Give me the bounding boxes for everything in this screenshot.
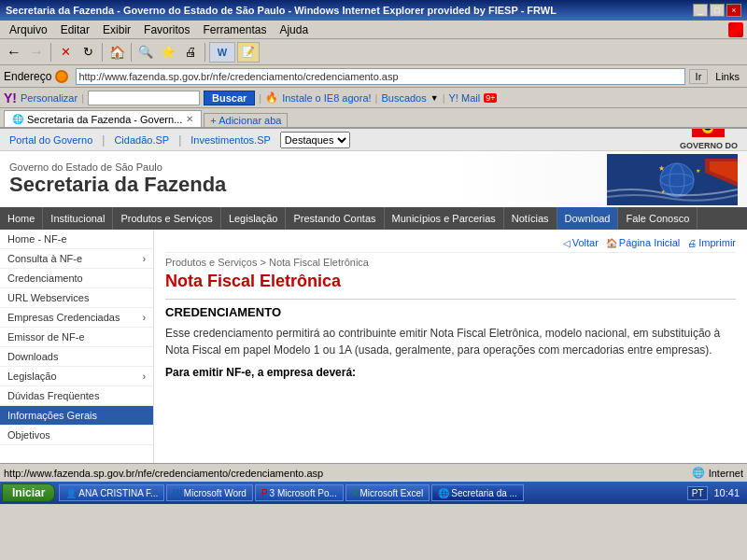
note-button[interactable]: 📝 — [237, 42, 260, 63]
close-button[interactable]: × — [726, 4, 741, 17]
destaques-select[interactable]: Destaques — [280, 132, 350, 148]
para-title2: Para emitir NF-e, a empresa deverá: — [165, 366, 736, 379]
voltar-icon: ◁ — [563, 238, 571, 248]
active-tab-icon: 🌐 — [12, 114, 23, 124]
window-title: Secretaria da Fazenda - Governo do Estad… — [6, 5, 557, 16]
taskbar-item-0[interactable]: 👤 ANA CRISTINA F... — [59, 484, 164, 501]
nav-cidadao[interactable]: Cidadão.SP — [114, 134, 169, 146]
nav-home[interactable]: Home — [0, 207, 43, 230]
site-header-text: Governo do Estado de São Paulo Secretari… — [9, 161, 607, 197]
voltar-action[interactable]: ◁ Voltar — [563, 237, 599, 248]
forward-button[interactable]: → — [26, 42, 47, 63]
taskbar-icon-3: X — [352, 488, 359, 498]
sidebar-item-legislacao[interactable]: Legislação › — [0, 367, 153, 386]
print-preview-button[interactable]: 🖨 — [180, 42, 201, 63]
content-area: Home - NF-e Consulta à NF-e › Credenciam… — [0, 230, 747, 463]
nav-download[interactable]: Download — [557, 207, 619, 230]
home-icon: 🏠 — [606, 238, 617, 248]
add-tab-button[interactable]: + Adicionar aba — [204, 113, 288, 127]
main-nav: Home Institucional Produtos e Serviços L… — [0, 207, 747, 230]
site-nav-top: Portal do Governo | Cidadão.SP | Investi… — [0, 129, 747, 151]
window-controls[interactable]: _ □ × — [693, 4, 741, 17]
personalizar-button[interactable]: Personalizar — [21, 92, 78, 104]
yahoo-logo: Y! — [4, 91, 17, 105]
imprimir-action[interactable]: 🖨 Imprimir — [687, 237, 736, 248]
menu-arquivo[interactable]: Arquivo — [4, 22, 53, 37]
zone-label: Internet — [709, 468, 743, 479]
sidebar-item-emissor[interactable]: Emissor de NF-e — [0, 328, 153, 347]
nav-fale[interactable]: Fale Conosco — [618, 207, 698, 230]
menu-favoritos[interactable]: Favoritos — [138, 22, 195, 37]
back-button[interactable]: ← — [4, 42, 24, 63]
nav-institucional[interactable]: Institucional — [43, 207, 113, 230]
site-header: Governo do Estado de São Paulo Secretari… — [0, 151, 747, 207]
nav-municipios[interactable]: Municípios e Parcerias — [385, 207, 504, 230]
menu-ferramentas[interactable]: Ferramentas — [197, 22, 272, 37]
address-label: Endereço — [4, 70, 51, 83]
taskbar-icon-0: 👤 — [65, 488, 77, 498]
content-paragraph1: Esse credenciamento permitirá ao contrib… — [165, 325, 736, 358]
menu-bar: Arquivo Editar Exibir Favoritos Ferramen… — [0, 21, 747, 39]
taskbar-icon-2: P — [261, 488, 268, 498]
nav-noticias[interactable]: Notícias — [504, 207, 557, 230]
links-button[interactable]: Links — [712, 70, 743, 83]
minimize-button[interactable]: _ — [693, 4, 708, 17]
favorites-button[interactable]: ⭐ — [158, 42, 178, 63]
print-icon: 🖨 — [687, 238, 697, 248]
menu-editar[interactable]: Editar — [55, 22, 95, 37]
menu-exibir[interactable]: Exibir — [97, 22, 136, 37]
refresh-button[interactable]: ↻ — [78, 42, 98, 63]
taskbar-item-3[interactable]: X Microsoft Excel — [345, 484, 430, 501]
yahoo-buscar-button[interactable]: Buscar — [204, 91, 255, 105]
gov-flag-icon — [692, 129, 725, 137]
menu-ajuda[interactable]: Ajuda — [274, 22, 314, 37]
tab-close-button[interactable]: ✕ — [186, 114, 193, 124]
taskbar-item-1[interactable]: W Microsoft Word — [166, 484, 253, 501]
toolbar-separator-y3: | — [375, 92, 378, 104]
ymail-label[interactable]: Y! Mail — [449, 92, 481, 104]
sidebar-item-credenciamento[interactable]: Credenciamento — [0, 269, 153, 288]
taskbar-item-4[interactable]: 🌐 Secretaria da ... — [431, 484, 524, 501]
go-button[interactable]: Ir — [689, 69, 709, 84]
toolbar-separator-4 — [204, 43, 205, 62]
svg-point-4 — [660, 163, 694, 197]
nav-investimentos[interactable]: Investimentos.SP — [190, 134, 271, 146]
sidebar-item-downloads[interactable]: Downloads — [0, 347, 153, 367]
svg-text:★: ★ — [696, 168, 700, 174]
sidebar-item-duvidas[interactable]: Dúvidas Freqüentes — [0, 386, 153, 406]
home-button[interactable]: 🏠 — [106, 42, 127, 63]
address-icon — [55, 69, 70, 84]
sidebar-item-empresas[interactable]: Empresas Credenciadas › — [0, 308, 153, 328]
start-button[interactable]: Iniciar — [2, 483, 55, 502]
sidebar-item-home-nfe[interactable]: Home - NF-e — [0, 230, 153, 249]
nav-produtos[interactable]: Produtos e Serviços — [113, 207, 220, 230]
instale-label[interactable]: Instale o IE8 agora! — [282, 92, 371, 104]
nav-portal[interactable]: Portal do Governo — [9, 134, 92, 146]
toolbar-separator-y: | — [81, 92, 84, 104]
buscados-arrow[interactable]: ▼ — [430, 93, 439, 103]
sidebar-item-objetivos[interactable]: Objetivos — [0, 426, 153, 445]
maximize-button[interactable]: □ — [710, 4, 725, 17]
page-title: Nota Fiscal Eletrônica — [165, 272, 736, 291]
sidebar-item-consulta[interactable]: Consulta à NF-e › — [0, 249, 153, 269]
buscados-label[interactable]: Buscados — [381, 92, 426, 104]
toolbar-separator-2 — [102, 43, 103, 62]
address-url: http://www.fazenda.sp.gov.br/nfe/credenc… — [78, 71, 398, 82]
taskbar-icon-4: 🌐 — [438, 488, 449, 498]
yahoo-search-input[interactable] — [88, 91, 200, 105]
nav-legislacao[interactable]: Legislação — [221, 207, 287, 230]
stop-button[interactable]: ✕ — [55, 42, 76, 63]
word-button[interactable]: W — [209, 42, 235, 63]
taskbar: Iniciar 👤 ANA CRISTINA F... W Microsoft … — [0, 482, 747, 504]
pagina-inicial-action[interactable]: 🏠 Página Inicial — [606, 237, 680, 248]
active-tab[interactable]: 🌐 Secretaria da Fazenda - Govern... ✕ — [4, 110, 202, 127]
sidebar-item-informacoes[interactable]: Informações Gerais — [0, 406, 153, 426]
toolbar: ← → ✕ ↻ 🏠 🔍 ⭐ 🖨 W 📝 — [0, 39, 747, 65]
search-button[interactable]: 🔍 — [135, 42, 156, 63]
ie-logo-icon — [728, 22, 743, 37]
browser-content: Portal do Governo | Cidadão.SP | Investi… — [0, 129, 747, 463]
sidebar-item-url[interactable]: URL Webservices — [0, 288, 153, 308]
nav-prestando[interactable]: Prestando Contas — [286, 207, 384, 230]
address-input[interactable]: http://www.fazenda.sp.gov.br/nfe/credenc… — [76, 68, 684, 85]
taskbar-item-2[interactable]: P 3 Microsoft Po... — [255, 484, 344, 501]
